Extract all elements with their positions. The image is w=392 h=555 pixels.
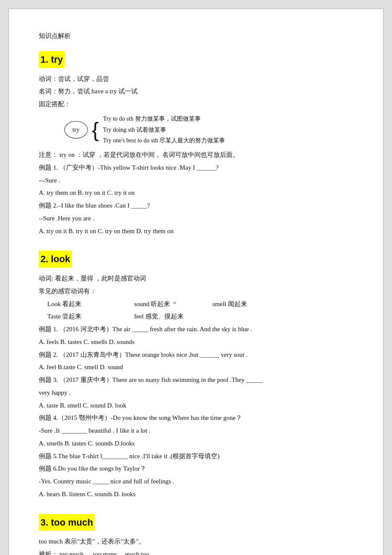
sense-row-0: Look 看起来 sound 听起来 “ smell 闻起来 [47, 298, 357, 310]
try-ex2-a: --Sure .Here you are . [39, 213, 357, 225]
too-much-line-0: too much 表示"太贵"，还表示"太多"。 [39, 536, 357, 548]
page-title: 知识点解析 [39, 30, 357, 42]
try-line-1: 名词：努力，尝试 have a try 试一试 [39, 86, 357, 98]
look-line-0: 动词: 看起来，显得 ，此时是感官动词 [39, 273, 357, 285]
look-ex3-opts: A. taste B. smell C. sound D. look [39, 400, 357, 412]
try-line-0: 动词：尝试，试穿，品尝 [39, 73, 357, 85]
section-content-too-much: too much 表示"太贵"，还表示"太多"。 辨析： too much ， … [39, 536, 357, 555]
try-ex2-qtext: –I like the blue shoes .Can I _____? [58, 202, 150, 209]
sense-words-grid: Look 看起来 sound 听起来 “ smell 闻起来 Taste 尝起来… [47, 298, 357, 323]
try-example-2: 例题 2.–I like the blue shoes .Can I _____… [39, 200, 357, 237]
look-ex2-opts: A. feel B.taste C. smell D. sound [39, 361, 357, 373]
look-ex5-q: The blue T-shirt l________ nice .I'll ta… [58, 453, 219, 460]
try-ex2-q: 例题 2.–I like the blue shoes .Can I _____… [39, 200, 357, 212]
look-example-5: 例题 5.The blue T-shirt l________ nice .I'… [39, 451, 357, 462]
section-heading-look: 2. look [39, 251, 72, 268]
try-ex1-q: 例题 1. （广安中考）-This yellow T-shirt looks n… [39, 162, 357, 174]
try-line-2: 固定搭配： [39, 98, 357, 110]
try-example-1: 例题 1. （广安中考）-This yellow T-shirt looks n… [39, 162, 357, 199]
look-ex6-label: 例题 6. [39, 465, 58, 472]
look-ex4-q: -Do you know the song Where has the time… [111, 414, 242, 421]
try-ex1-opts: A. try them on B. try on it C. try it on [39, 187, 357, 199]
look-ex1-text: 例题 1. （2016 河北中考）The air _____ fresh aft… [39, 324, 357, 335]
look-ex3-q2: very happy . [39, 387, 357, 399]
look-ex5-label: 例题 5. [39, 453, 58, 460]
try-items: Try to do sth 努力做某事，试图做某事 Try doing sth … [103, 114, 225, 146]
try-ex2-label: 例题 2. [39, 202, 58, 209]
look-ex2-text: 例题 2. （2017 山东青岛中考）These orange looks ni… [39, 349, 357, 361]
look-ex1-q: The air _____ fresh after the rain. And … [112, 326, 252, 332]
look-ex1-opts: A. feels B. tastes C. smells D. sounds [39, 336, 357, 348]
try-diagram: try { Try to do sth 努力做某事，试图做某事 Try doin… [64, 114, 357, 146]
sense-1-1: feel 感觉、摸起来 [134, 313, 184, 320]
section-too-much: 3. too much too much 表示"太贵"，还表示"太多"。 辨析：… [39, 512, 357, 555]
look-ex3-text: 例题 3. （2017 重庆中考）There are so many fish … [39, 374, 357, 386]
look-ex4-label: 例题 4.（2015 鄂州中考） [39, 414, 111, 421]
look-example-4: 例题 4.（2015 鄂州中考）-Do you know the song Wh… [39, 412, 357, 449]
sense-0-2: smell 闻起来 [213, 301, 247, 307]
look-example-1: 例题 1. （2016 河北中考）The air _____ fresh aft… [39, 324, 357, 348]
try-oval: try [64, 121, 88, 139]
look-example-2: 例题 2. （2017 山东青岛中考）These orange looks ni… [39, 349, 357, 374]
sense-1-0: Taste 尝起来 [47, 311, 133, 323]
section-try: 1. try 动词：尝试，试穿，品尝 名词：努力，尝试 have a try 试… [39, 49, 357, 237]
look-ex1-label: 例题 1. （2016 河北中考） [39, 326, 112, 332]
try-item-0: Try to do sth 努力做某事，试图做某事 [103, 114, 225, 124]
look-ex3-label: 例题 3. （2017 重庆中考） [39, 376, 112, 383]
look-ex6-q: Do you like the songs by Taylor？ [58, 465, 146, 472]
try-ex1-label: 例题 1. （广安中考） [39, 164, 98, 171]
section-heading-try: 1. try [39, 51, 65, 68]
try-item-1: Try doing sth 试着做某事 [103, 125, 225, 135]
try-ex1-qtext: -This yellow T-shirt looks nice .May I _… [98, 164, 219, 171]
look-example-3: 例题 3. （2017 重庆中考）There are so many fish … [39, 374, 357, 411]
sense-row-1: Taste 尝起来 feel 感觉、摸起来 [47, 311, 357, 323]
look-ex6-text: 例题 6.Do you like the songs by Taylor？ [39, 463, 357, 475]
section-look: 2. look 动词: 看起来，显得 ，此时是感官动词 常见的感官动词有： Lo… [39, 249, 357, 500]
section-heading-too-much: 3. too much [39, 514, 95, 531]
try-item-2: Try one's best to do sth 尽某人最大的努力做某事 [103, 136, 225, 146]
look-ex2-label: 例题 2. （2017 山东青岛中考） [39, 351, 125, 358]
try-brace: { [92, 120, 99, 140]
try-ex1-a: ---Sure . [39, 175, 357, 187]
section-content-try: 动词：尝试，试穿，品尝 名词：努力，尝试 have a try 试一试 固定搭配… [39, 73, 357, 237]
look-ex3-q: There are so many fish swimming in the p… [112, 376, 262, 383]
page-container: 知识点解析 1. try 动词：尝试，试穿，品尝 名词：努力，尝试 have a… [9, 9, 383, 555]
look-ex5-text: 例题 5.The blue T-shirt l________ nice .I'… [39, 451, 357, 462]
look-ex6-opts: A. hears B. listens C. sounds D. looks [39, 489, 357, 500]
look-ex4-opts: A. smells B. tastes C. sounds D.looks [39, 438, 357, 450]
look-ex4-a: -Sure .It ________ beautiful . I like it… [39, 425, 357, 437]
try-note: 注意： try on ：试穿 ，若是代词放在中间， 名词可放中间也可放后面。 [39, 149, 357, 161]
section-content-look: 动词: 看起来，显得 ，此时是感官动词 常见的感官动词有： Look 看起来 s… [39, 273, 357, 500]
try-ex2-opts: A. try on it B. try it on C. try on them… [39, 225, 357, 237]
look-ex6-a: -Yes. Country music _____ nice and full … [39, 476, 357, 488]
look-example-6: 例题 6.Do you like the songs by Taylor？ -Y… [39, 463, 357, 500]
sense-0-1: sound 听起来 “ [134, 298, 211, 310]
look-line-1: 常见的感官动词有： [39, 286, 357, 298]
too-much-line-1: 辨析： too much ， too many ，much too [39, 549, 357, 555]
look-ex2-q: These orange looks nice ,but ______ very… [125, 351, 248, 358]
look-ex4-text: 例题 4.（2015 鄂州中考）-Do you know the song Wh… [39, 412, 357, 424]
sense-0-0: Look 看起来 [47, 298, 133, 310]
